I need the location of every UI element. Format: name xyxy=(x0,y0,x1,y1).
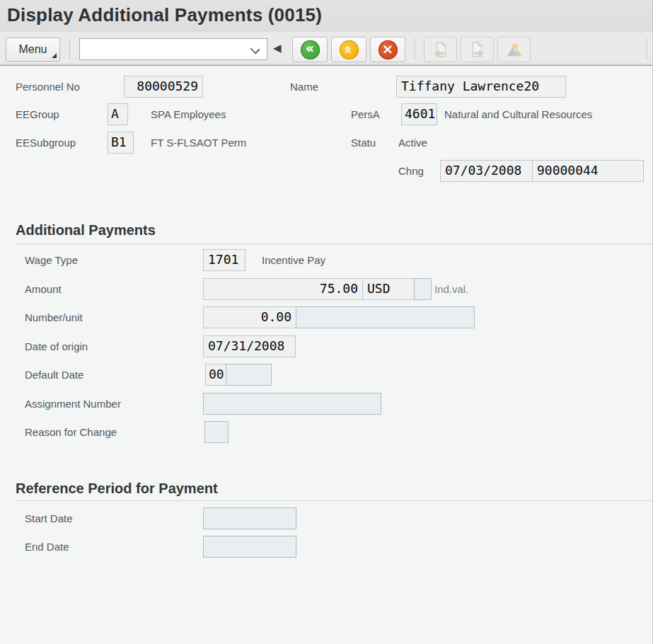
status-label: Statu xyxy=(351,137,376,149)
exit-icon: « xyxy=(340,40,359,59)
mountains-sun-icon xyxy=(506,41,523,58)
date-of-origin-field[interactable]: 07/31/2008 xyxy=(203,335,296,357)
ee-subgroup-label: EESubgroup xyxy=(16,137,76,149)
menu-button-label: Menu xyxy=(18,43,47,55)
previous-record-button[interactable] xyxy=(424,37,457,62)
chng-label: Chng xyxy=(398,165,424,177)
toolbar-separator xyxy=(415,38,415,59)
wage-type-text: Incentive Pay xyxy=(262,254,325,266)
menu-button[interactable]: Menu xyxy=(6,38,60,62)
default-date-extra-field[interactable] xyxy=(226,364,272,386)
name-label: Name xyxy=(290,81,318,93)
back-glyph: « xyxy=(306,42,314,55)
ee-group-text: SPA Employees xyxy=(151,108,226,120)
personnel-no-field[interactable]: 80000529 xyxy=(124,76,203,98)
command-input[interactable] xyxy=(83,40,248,59)
end-date-field[interactable] xyxy=(203,536,296,558)
additional-payments-heading: Additional Payments xyxy=(16,222,156,238)
next-record-button[interactable] xyxy=(461,37,494,62)
start-date-label: Start Date xyxy=(25,512,73,524)
chng-date-field[interactable]: 07/03/2008 xyxy=(440,160,533,182)
back-button[interactable]: « xyxy=(292,37,328,62)
ind-val-label: Ind.val. xyxy=(434,283,468,295)
toolbar-separator xyxy=(647,38,647,59)
status-value: Active xyxy=(398,137,427,149)
page-title: Display Additional Payments (0015) xyxy=(7,4,322,26)
number-field[interactable]: 0.00 xyxy=(203,306,296,328)
default-date-field[interactable]: 00 xyxy=(205,364,226,386)
amount-label: Amount xyxy=(25,283,62,295)
number-unit-label: Number/unit xyxy=(25,311,83,323)
ee-subgroup-text: FT S-FLSAOT Perm xyxy=(151,137,246,149)
currency-field[interactable]: USD xyxy=(362,278,415,300)
section-divider xyxy=(16,500,653,501)
assignment-number-field[interactable] xyxy=(203,393,381,415)
date-of-origin-label: Date of origin xyxy=(25,340,88,352)
cancel-button[interactable]: × xyxy=(370,37,405,62)
exit-button[interactable]: « xyxy=(331,37,366,62)
ee-group-field[interactable]: A xyxy=(108,103,128,125)
titlebar: Display Additional Payments (0015) xyxy=(0,0,652,32)
reason-for-change-label: Reason for Change xyxy=(25,426,117,438)
history-back-icon[interactable]: ◀ xyxy=(273,42,282,54)
section-divider xyxy=(16,243,653,244)
amount-field[interactable]: 75.00 xyxy=(203,278,363,300)
command-combobox[interactable] xyxy=(79,38,267,60)
reference-period-heading: Reference Period for Payment xyxy=(16,481,218,497)
start-date-field[interactable] xyxy=(203,507,296,529)
chevron-down-icon[interactable] xyxy=(250,44,260,54)
exit-glyph: « xyxy=(342,45,355,54)
pers-a-field[interactable]: 4601 xyxy=(401,103,437,125)
name-field[interactable]: Tiffany Lawrence20 xyxy=(396,76,566,98)
back-icon: « xyxy=(301,40,320,59)
unit-field[interactable] xyxy=(296,306,475,328)
toolbar: Menu ◀ « « × xyxy=(0,32,652,66)
wage-type-label: Wage Type xyxy=(25,254,78,266)
page-arrow-right-icon xyxy=(469,41,486,58)
ee-group-label: EEGroup xyxy=(16,108,59,120)
pers-a-label: PersA xyxy=(351,108,380,120)
assignment-number-label: Assignment Number xyxy=(25,398,121,410)
toolbar-separator xyxy=(69,38,70,59)
indirect-valuation-field[interactable] xyxy=(414,278,432,300)
ee-subgroup-field[interactable]: B1 xyxy=(108,132,134,154)
overview-button[interactable] xyxy=(497,37,531,62)
sap-window: Display Additional Payments (0015) Menu … xyxy=(0,0,653,644)
end-date-label: End Date xyxy=(25,541,69,553)
page-arrow-left-icon xyxy=(432,41,449,58)
menu-dropdown-indicator-icon xyxy=(52,53,57,58)
wage-type-field[interactable]: 1701 xyxy=(203,249,245,271)
cancel-glyph: × xyxy=(382,42,394,56)
reason-for-change-field[interactable] xyxy=(204,421,229,443)
pers-a-text: Natural and Cultural Resources xyxy=(444,108,592,120)
default-date-label: Default Date xyxy=(25,369,83,381)
personnel-no-label: Personnel No xyxy=(16,81,80,93)
chng-by-field[interactable]: 90000044 xyxy=(532,160,644,182)
cancel-icon: × xyxy=(378,40,398,59)
